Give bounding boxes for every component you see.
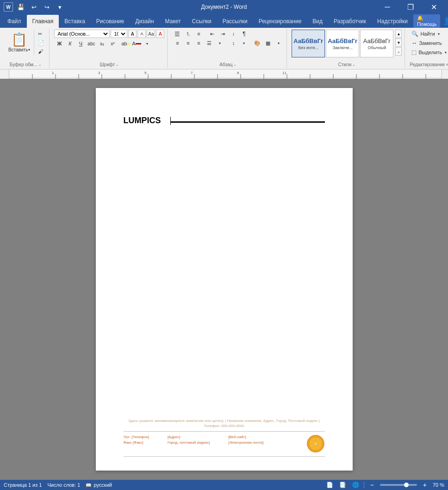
zoom-level[interactable]: 70 % [433, 482, 444, 488]
select-button[interactable]: ⬚ Выделить ▾ [410, 48, 448, 57]
svg-point-32 [314, 442, 317, 445]
borders-dropdown[interactable]: ▾ [274, 39, 284, 47]
underline-button[interactable]: Ч [75, 39, 86, 48]
subscript-button[interactable]: x₂ [97, 39, 107, 48]
zoom-slider[interactable] [380, 484, 417, 486]
tab-draw[interactable]: Рисование [91, 15, 130, 28]
tab-home[interactable]: Главная [27, 15, 59, 28]
tab-layout[interactable]: Макет [160, 15, 187, 28]
vertical-ruler-toggle[interactable] [442, 69, 448, 79]
justify-button[interactable]: ☰ [204, 39, 214, 47]
style-item-quote[interactable]: АаБбВвГг Заключе... [326, 30, 359, 57]
align-dropdown[interactable]: ▾ [215, 39, 225, 47]
document-page: LUMPICS Здесь укажите запоминающееся зая… [96, 88, 353, 471]
zoom-in-button[interactable]: + [420, 481, 430, 489]
bullets-button[interactable]: ☰ [172, 30, 182, 38]
replace-button[interactable]: ↔ Заменить [410, 39, 448, 47]
borders-button[interactable]: ▦ [263, 39, 273, 47]
svg-rect-0 [9, 69, 442, 79]
align-right-button[interactable]: ≡ [193, 39, 204, 47]
style-item-no-spacing[interactable]: АаБбВвГг Без инте... [292, 30, 325, 57]
sort-button[interactable]: ↕ [228, 30, 238, 38]
minimize-button[interactable]: ─ [377, 0, 398, 14]
paste-dropdown-icon[interactable]: ▾ [28, 48, 30, 52]
font-grow-button[interactable]: A [128, 30, 137, 38]
shading-button[interactable]: 🎨 [252, 39, 262, 47]
select-dropdown[interactable]: ▾ [445, 50, 447, 55]
para-expand-icon[interactable]: ⌄ [233, 63, 236, 67]
font-color-dropdown[interactable]: ▾ [142, 39, 152, 48]
font-name-select[interactable]: Arial (Основ... [54, 30, 110, 38]
footer-contacts: Тел. [Телефон] Факс [Факс] [Адрес] Город… [124, 434, 264, 446]
footer-logo [306, 434, 325, 454]
read-mode-button[interactable]: 📑 [338, 481, 348, 489]
text-highlight-button[interactable]: ab [121, 39, 131, 48]
para-group-label: Абзац ⌄ [219, 62, 236, 67]
tab-view[interactable]: Вид [307, 15, 328, 28]
cut-button[interactable]: ✂ [36, 30, 46, 38]
tab-references[interactable]: Ссылки [187, 15, 217, 28]
decrease-indent-button[interactable]: ⇤ [207, 30, 217, 38]
editing-collapse-icon[interactable]: ∧ [446, 63, 448, 67]
save-button[interactable]: 💾 [16, 2, 26, 12]
document-footer: Здесь укажите запоминающееся заявление и… [124, 418, 325, 457]
styles-expand-icon[interactable]: ⌄ [352, 63, 355, 67]
clear-format-button[interactable]: A [156, 30, 164, 38]
footer-phone: Тел. [Телефон] [124, 434, 149, 440]
tab-design[interactable]: Дизайн [130, 15, 159, 28]
align-center-button[interactable]: ≡ [183, 39, 193, 47]
clipboard-expand-icon[interactable]: ⌄ [38, 63, 42, 67]
line-spacing-dropdown[interactable]: ▾ [239, 39, 249, 47]
language-indicator[interactable]: 📖 русский [86, 482, 112, 488]
tab-insert[interactable]: Вставка [59, 15, 91, 28]
document-area[interactable]: LUMPICS Здесь укажите запоминающееся зая… [0, 79, 448, 480]
format-painter-button[interactable]: 🖌 [36, 47, 46, 56]
show-marks-button[interactable]: ¶ [239, 30, 249, 38]
numbering-button[interactable]: ⒈ [183, 30, 193, 38]
tab-review[interactable]: Рецензирование [253, 15, 307, 28]
line-spacing-button[interactable]: ↕ [228, 39, 238, 47]
account-icon[interactable]: 👤 [443, 17, 448, 25]
text-color-button[interactable]: A [131, 39, 142, 48]
document-body[interactable] [124, 129, 325, 361]
zoom-out-button[interactable]: − [367, 481, 377, 489]
styles-scroll-down[interactable]: ▼ [395, 38, 402, 47]
font-expand-icon[interactable]: ⌄ [116, 63, 119, 67]
tab-addins[interactable]: Надстройки [372, 15, 413, 28]
multilevel-list-button[interactable]: ≡ [193, 30, 204, 38]
italic-button[interactable]: К [65, 39, 75, 48]
find-dropdown[interactable]: ▾ [438, 32, 440, 36]
tab-file[interactable]: Файл [2, 15, 27, 28]
font-size-select[interactable]: 10 [111, 30, 127, 38]
find-button[interactable]: 🔍 Найти ▾ [410, 30, 448, 38]
styles-expand-button[interactable]: ⌄ [395, 47, 402, 56]
paste-button[interactable]: 📋 Вставить ▾ [5, 30, 34, 56]
highlight-color-bar [127, 43, 131, 44]
select-icon: ⬚ [411, 49, 417, 56]
footer-phone-col: Тел. [Телефон] Факс [Факс] [124, 434, 149, 446]
web-layout-button[interactable]: 🌐 [351, 481, 361, 489]
customize-qat-button[interactable]: ▾ [55, 2, 65, 12]
close-button[interactable]: ✕ [423, 0, 444, 14]
redo-button[interactable]: ↪ [42, 2, 52, 12]
styles-scroll-up[interactable]: ▲ [395, 30, 402, 38]
copy-button[interactable]: 📄 [36, 38, 46, 47]
strikethrough-button[interactable]: abc [86, 39, 96, 48]
help-search[interactable]: 🔔 Помощь [413, 14, 441, 28]
undo-button[interactable]: ↩ [29, 2, 39, 12]
align-left-button[interactable]: ≡ [172, 39, 182, 47]
tab-developer[interactable]: Разработчик [328, 15, 372, 28]
restore-button[interactable]: ❐ [400, 0, 421, 14]
clipboard-group: 📋 Вставить ▾ ✂ 📄 🖌 Буфер обм... ⌄ [2, 29, 50, 68]
tab-mailings[interactable]: Рассылки [217, 15, 253, 28]
increase-indent-button[interactable]: ⇥ [218, 30, 228, 38]
bold-button[interactable]: Ж [54, 39, 64, 48]
print-layout-view-button[interactable]: 📄 [325, 481, 335, 489]
superscript-button[interactable]: x² [107, 39, 118, 48]
company-name: LUMPICS [124, 116, 161, 126]
style-item-normal[interactable]: АаБбВвГг Обычный [360, 30, 393, 57]
para-row2: ≡ ≡ ≡ ☰ ▾ ↕ ▾ 🎨 ▦ ▾ [172, 39, 284, 47]
font-shrink-button[interactable]: A [137, 30, 146, 38]
clipboard-group-label: Буфер обм... ⌄ [10, 62, 42, 67]
change-case-button[interactable]: Аа [147, 30, 155, 38]
